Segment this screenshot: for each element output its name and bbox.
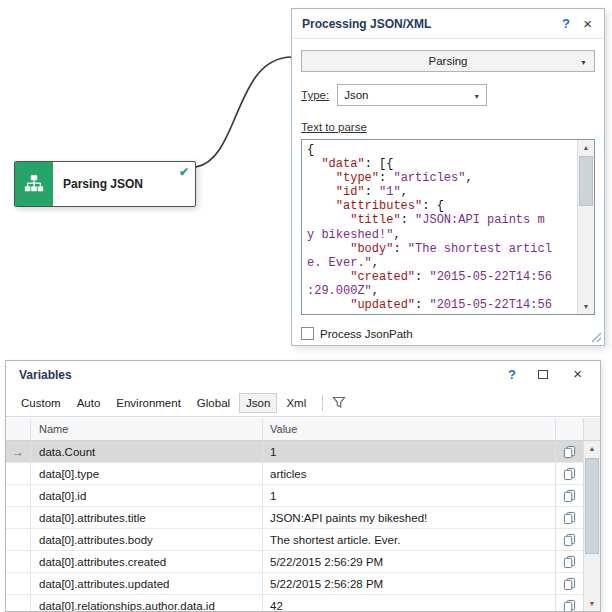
scroll-down-icon[interactable]: ▼: [584, 596, 600, 611]
table-row[interactable]: →data.Count1: [6, 441, 583, 463]
table-row[interactable]: data[0].attributes.created5/22/2015 2:56…: [6, 551, 583, 573]
cell-name: data[0].attributes.title: [31, 507, 263, 528]
row-indicator: [6, 529, 31, 550]
variables-window: Variables ? × CustomAutoEnvironmentGloba…: [5, 360, 601, 612]
code-line: e. Ever.",: [307, 256, 572, 270]
cell-value: 5/22/2015 2:56:29 PM: [263, 551, 556, 572]
table-row[interactable]: data[0].attributes.bodyThe shortest arti…: [6, 529, 583, 551]
code-line: "created": "2015-05-22T14:56: [307, 270, 572, 284]
row-indicator: [6, 551, 31, 572]
processing-json-xml-panel: Processing JSON/XML ? × Parsing ▼ Type: …: [291, 8, 605, 346]
cell-name: data.Count: [31, 441, 263, 462]
cell-name: data[0].type: [31, 463, 263, 484]
code-line: "id": "1",: [307, 185, 572, 199]
grid-header: Name Value: [6, 418, 600, 441]
chevron-down-icon: ▼: [580, 59, 587, 66]
tab-custom[interactable]: Custom: [14, 393, 68, 413]
code-line: "updated": "2015-05-22T14:56: [307, 298, 572, 312]
tab-global[interactable]: Global: [190, 393, 237, 413]
grid-scrollbar[interactable]: ▲ ▼: [583, 441, 600, 611]
sitemap-icon: [15, 162, 53, 206]
text-to-parse-editor[interactable]: { "data": [{ "type": "articles", "id": "…: [301, 139, 595, 315]
code-line: "attributes": {: [307, 199, 572, 213]
row-indicator: →: [6, 441, 31, 462]
tab-json[interactable]: Json: [239, 393, 277, 413]
close-icon[interactable]: ×: [573, 366, 582, 381]
table-row[interactable]: data[0].typearticles: [6, 463, 583, 485]
copy-icon[interactable]: [556, 507, 583, 528]
type-combobox-value: Json: [344, 89, 368, 101]
scroll-thumb[interactable]: [585, 458, 599, 554]
cell-value: articles: [263, 463, 556, 484]
variables-titlebar: Variables ? ×: [6, 361, 600, 389]
scroll-up-icon[interactable]: ▲: [578, 140, 594, 155]
resize-grip-icon[interactable]: [591, 332, 602, 343]
column-header-name[interactable]: Name: [31, 418, 263, 440]
cell-name: data[0].attributes.created: [31, 551, 263, 572]
code-line: {: [307, 143, 572, 157]
node-label: Parsing JSON: [63, 162, 143, 206]
type-combobox[interactable]: Json ▼: [337, 84, 487, 106]
code-line: "title": "JSON:API paints m: [307, 213, 572, 227]
table-row[interactable]: data[0].relationships.author.data.id42: [6, 595, 583, 611]
editor-scrollbar[interactable]: ▲ ▼: [577, 140, 594, 314]
cell-value: 1: [263, 485, 556, 506]
copy-icon[interactable]: [556, 441, 583, 462]
cell-value: The shortest article. Ever.: [263, 529, 556, 550]
copy-icon[interactable]: [556, 551, 583, 572]
copy-icon[interactable]: [556, 595, 583, 611]
copy-icon[interactable]: [556, 529, 583, 550]
help-icon[interactable]: ?: [562, 16, 570, 31]
panel-titlebar: Processing JSON/XML ? ×: [292, 9, 604, 39]
scroll-up-icon[interactable]: ▲: [584, 441, 600, 456]
cell-name: data[0].attributes.body: [31, 529, 263, 550]
copy-icon[interactable]: [556, 463, 583, 484]
header-scrollbar-cap: [583, 418, 600, 440]
row-indicator: [6, 463, 31, 484]
variables-tabs: CustomAutoEnvironmentGlobalJsonXml: [6, 389, 600, 417]
json-code: { "data": [{ "type": "articles", "id": "…: [302, 140, 577, 314]
chevron-down-icon: ▼: [473, 93, 480, 100]
panel-title: Processing JSON/XML: [302, 17, 431, 31]
process-jsonpath-label: Process JsonPath: [320, 328, 413, 340]
tab-separator: [322, 395, 323, 411]
close-icon[interactable]: ×: [583, 16, 592, 31]
copy-icon[interactable]: [556, 485, 583, 506]
copy-icon[interactable]: [556, 573, 583, 594]
tab-xml[interactable]: Xml: [279, 393, 313, 413]
help-icon[interactable]: ?: [508, 367, 516, 382]
code-line: "data": [{: [307, 157, 572, 171]
maximize-icon[interactable]: [538, 370, 548, 379]
rows: →data.Count1data[0].typearticlesdata[0].…: [6, 441, 583, 611]
variables-grid: Name Value →data.Count1data[0].typeartic…: [6, 418, 600, 611]
column-header-value[interactable]: Value: [263, 418, 556, 440]
header-copy-column: [556, 418, 583, 440]
table-row[interactable]: data[0].attributes.updated5/22/2015 2:56…: [6, 573, 583, 595]
cell-name: data[0].id: [31, 485, 263, 506]
scroll-thumb[interactable]: [579, 156, 593, 206]
table-row[interactable]: data[0].id1: [6, 485, 583, 507]
code-line: :29.000Z",: [307, 284, 572, 298]
row-indicator: [6, 573, 31, 594]
process-jsonpath-checkbox[interactable]: [301, 327, 314, 340]
workflow-node-parsing-json[interactable]: Parsing JSON ✔: [14, 161, 196, 207]
variables-title: Variables: [19, 368, 72, 382]
code-line: "type": "articles",: [307, 171, 572, 185]
type-label[interactable]: Type:: [301, 89, 329, 101]
mode-dropdown-value: Parsing: [429, 55, 468, 67]
text-to-parse-label[interactable]: Text to parse: [301, 121, 367, 133]
cell-value: 5/22/2015 2:56:28 PM: [263, 573, 556, 594]
mode-dropdown[interactable]: Parsing ▼: [301, 50, 595, 72]
tab-environment[interactable]: Environment: [109, 393, 188, 413]
cell-name: data[0].attributes.updated: [31, 573, 263, 594]
scroll-down-icon[interactable]: ▼: [578, 299, 594, 314]
code-line: "body": "The shortest articl: [307, 242, 572, 256]
cell-value: 42: [263, 595, 556, 611]
cell-value: JSON:API paints my bikeshed!: [263, 507, 556, 528]
row-indicator: [6, 507, 31, 528]
tab-auto[interactable]: Auto: [70, 393, 108, 413]
table-row[interactable]: data[0].attributes.titleJSON:API paints …: [6, 507, 583, 529]
filter-icon[interactable]: [332, 396, 346, 409]
row-indicator: [6, 485, 31, 506]
cell-name: data[0].relationships.author.data.id: [31, 595, 263, 611]
